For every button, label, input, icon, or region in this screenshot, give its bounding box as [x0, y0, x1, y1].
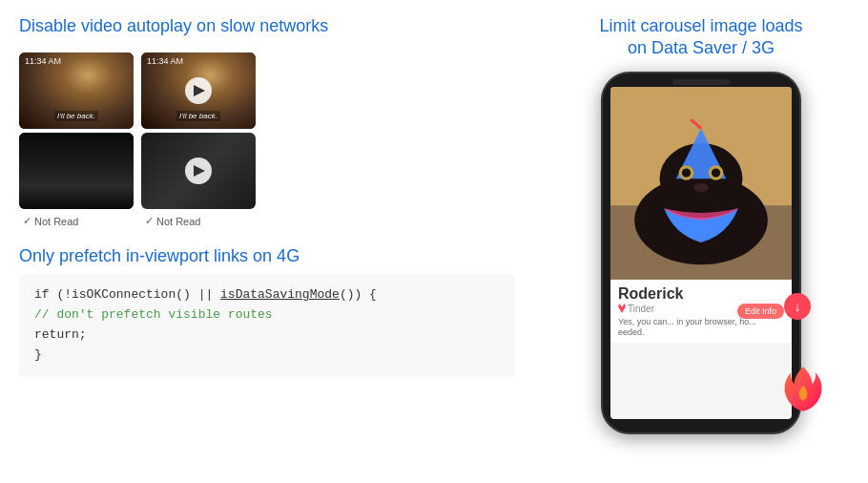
- edit-info-button[interactable]: Edit Info: [737, 304, 784, 319]
- code-line-4: }: [34, 346, 500, 366]
- checkmark-1: ✓: [23, 215, 31, 227]
- not-read-2: ✓ Not Read: [141, 215, 256, 227]
- download-arrow-icon: ↓: [795, 300, 801, 313]
- tinder-flame-svg: [777, 363, 830, 415]
- checkmark-2: ✓: [145, 215, 154, 227]
- profile-name: Roderick: [618, 285, 784, 303]
- svg-point-10: [693, 183, 709, 192]
- code-line-2: // don't prefetch visible routes: [34, 305, 500, 326]
- phone-body: Roderick Tinder Yes, you can... in your …: [601, 72, 801, 434]
- profile-text: Yes, you can... in your browser, ho... e…: [618, 317, 784, 339]
- play-icon-2: [194, 165, 205, 177]
- video-pair-1: 11:34 AM I'll be back.: [19, 52, 134, 209]
- dog-image-svg: [610, 87, 792, 280]
- video-pair-2: 11:34 AM I'll be back.: [141, 52, 256, 209]
- svg-point-9: [712, 168, 720, 177]
- video-frame-4: [141, 133, 256, 209]
- prefetch-section: Only prefetch in-viewport links on 4G if…: [19, 246, 515, 376]
- phone-wrapper: Roderick Tinder Yes, you can... in your …: [601, 72, 801, 434]
- code-block: if (!isOKConnection() || isDataSavingMod…: [19, 274, 515, 376]
- phone-notch: [672, 79, 730, 85]
- video-frame-3: [19, 133, 134, 209]
- subtitle-2: I'll be back.: [176, 111, 220, 121]
- play-button-1[interactable]: [185, 77, 212, 104]
- svg-point-8: [682, 168, 691, 177]
- left-panel: Disable video autoplay on slow networks …: [0, 0, 534, 483]
- download-button[interactable]: ↓: [784, 293, 811, 320]
- right-section-title: Limit carousel image loadson Data Saver …: [599, 15, 802, 60]
- prefetch-title: Only prefetch in-viewport links on 4G: [19, 246, 515, 266]
- subtitle-1: I'll be back.: [54, 111, 98, 121]
- code-line-1: if (!isOKConnection() || isDataSavingMod…: [34, 285, 500, 305]
- video-frame-2: 11:34 AM I'll be back.: [141, 52, 256, 129]
- timestamp-1: 11:34 AM: [25, 56, 61, 66]
- tinder-icon: [618, 304, 626, 313]
- play-icon-1: [194, 85, 205, 96]
- code-line-3: return;: [34, 326, 500, 346]
- play-button-2[interactable]: [185, 158, 212, 184]
- tinder-logo: [777, 363, 830, 415]
- phone-screen: Roderick Tinder Yes, you can... in your …: [610, 87, 792, 419]
- profile-info: Roderick Tinder Yes, you can... in your …: [610, 280, 792, 343]
- not-read-1: ✓ Not Read: [19, 215, 134, 227]
- video-column-2: 11:34 AM I'll be back. ✓ Not Read: [141, 52, 256, 227]
- video-grid: 11:34 AM I'll be back. ✓ Not Read 11:34 …: [19, 52, 515, 227]
- video-column-1: 11:34 AM I'll be back. ✓ Not Read: [19, 52, 134, 227]
- dog-photo: [610, 87, 792, 280]
- timestamp-2: 11:34 AM: [147, 56, 183, 66]
- right-panel: Limit carousel image loadson Data Saver …: [534, 0, 868, 483]
- video-section: Disable video autoplay on slow networks: [19, 15, 515, 37]
- video-section-title: Disable video autoplay on slow networks: [19, 15, 515, 37]
- video-frame-1: 11:34 AM I'll be back.: [19, 52, 134, 129]
